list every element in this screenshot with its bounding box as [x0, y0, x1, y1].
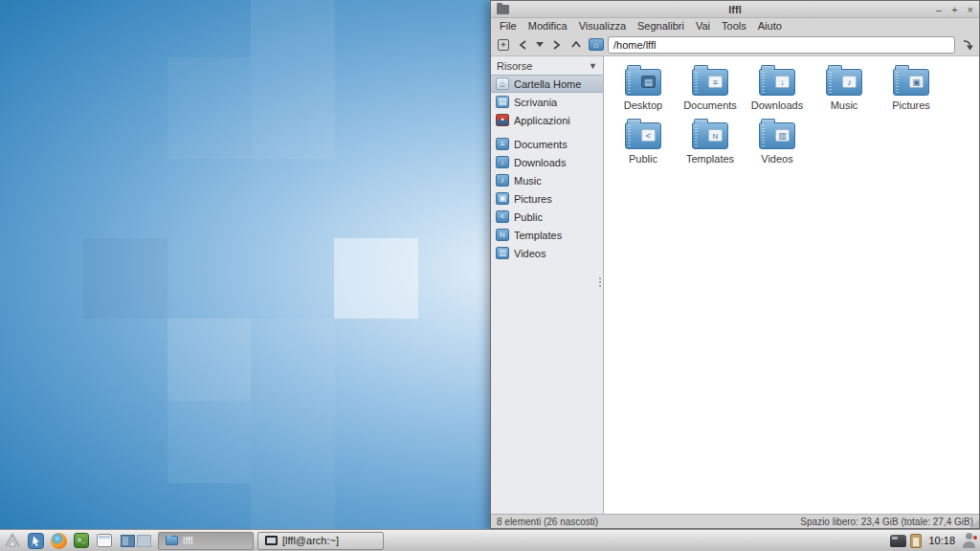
app-menu-button[interactable]: [3, 531, 22, 550]
menu-visualizza[interactable]: Visualizza: [573, 18, 632, 33]
titlebar[interactable]: lffl – + ×: [491, 1, 979, 18]
arch-menu-icon: [4, 533, 21, 548]
file-label: Templates: [686, 153, 734, 165]
download-emblem-icon: [775, 76, 790, 88]
menu-modifica[interactable]: Modifica: [523, 18, 573, 33]
clipboard-tray-icon[interactable]: [910, 534, 922, 548]
menu-aiuto[interactable]: Aiuto: [752, 18, 788, 33]
folder-icon: [826, 69, 862, 96]
sidebar-item-scrivania[interactable]: Scrivania: [491, 93, 603, 111]
chevron-down-icon: [536, 42, 544, 47]
path-input[interactable]: [608, 36, 955, 54]
sidebar-item-cartella-home[interactable]: Cartella Home: [491, 75, 603, 93]
file-label: Downloads: [751, 99, 803, 111]
documents-folder-icon: [496, 138, 509, 150]
sidebar-item-templates[interactable]: Templates: [491, 226, 603, 244]
file-label: Music: [831, 99, 858, 111]
status-items-count: 8 elementi (26 nascosti): [497, 517, 598, 527]
statusbar: 8 elementi (26 nascosti) Spazio libero: …: [491, 514, 979, 528]
file-view[interactable]: Desktop Documents Downloads Music Pictur…: [604, 56, 979, 514]
home-button[interactable]: ⌂: [588, 36, 605, 54]
photo-emblem-icon: [909, 76, 924, 88]
task-button-file-manager[interactable]: lffl: [158, 532, 254, 550]
terminal-launcher[interactable]: >_: [72, 531, 91, 550]
sidebar-item-pictures[interactable]: Pictures: [491, 189, 603, 208]
wallpaper-square: [334, 238, 418, 319]
workspace-1[interactable]: [121, 535, 135, 547]
menu-vai[interactable]: Vai: [690, 18, 716, 33]
close-button[interactable]: ×: [968, 2, 973, 17]
wallpaper-square: [251, 319, 335, 529]
file-label: Desktop: [624, 99, 662, 111]
sidebar-item-label: Templates: [514, 230, 562, 241]
up-button[interactable]: [568, 36, 585, 54]
file-label: Pictures: [892, 99, 930, 111]
sidebar-item-public[interactable]: Public: [491, 208, 603, 226]
file-label: Videos: [761, 153, 792, 165]
window-icon: [97, 534, 112, 547]
desktop-icon: [496, 96, 509, 108]
file-desktop[interactable]: Desktop: [610, 63, 677, 117]
status-free-space: Spazio libero: 23,4 GiB (totale: 27,4 Gi…: [800, 517, 973, 527]
up-icon: [571, 41, 581, 49]
user-session-icon[interactable]: [962, 533, 977, 548]
resize-grip[interactable]: [970, 519, 979, 528]
sidebar-item-label: Scrivania: [514, 97, 557, 108]
workspace-switcher: [121, 535, 151, 547]
sidebar-item-music[interactable]: Music: [491, 171, 603, 189]
file-documents[interactable]: Documents: [677, 63, 744, 117]
menu-tools[interactable]: Tools: [716, 18, 752, 33]
file-label: Public: [629, 153, 657, 165]
task-button-terminal[interactable]: [lffl@arch:~]: [257, 532, 384, 550]
terminal-window-icon: [265, 536, 278, 545]
back-button[interactable]: [515, 36, 532, 54]
folder-icon: [692, 122, 728, 149]
sidebar-item-downloads[interactable]: Downloads: [491, 153, 603, 171]
window-title: lffl: [491, 4, 979, 15]
public-folder-icon: [496, 210, 509, 223]
menubar: File Modifica Visualizza Segnalibri Vai …: [491, 18, 979, 33]
sidebar-item-documents[interactable]: Documents: [491, 135, 603, 153]
show-desktop-icon: [28, 533, 44, 549]
new-tab-button[interactable]: +: [495, 36, 512, 54]
file-downloads[interactable]: Downloads: [744, 63, 811, 117]
workspace-2[interactable]: [137, 535, 151, 547]
history-dropdown-button[interactable]: [535, 36, 545, 54]
clock[interactable]: 10:18: [925, 535, 958, 546]
sidebar-item-applicazioni[interactable]: Applicazioni: [491, 111, 603, 129]
sidebar-mode-selector[interactable]: Risorse ▼: [491, 57, 603, 75]
sidebar-item-videos[interactable]: Videos: [491, 244, 603, 262]
screen-emblem-icon: [641, 76, 656, 88]
file-templates[interactable]: Templates: [677, 117, 744, 170]
file-pictures[interactable]: Pictures: [878, 63, 945, 117]
minimize-button[interactable]: –: [936, 2, 942, 17]
sidebar-header-label: Risorse: [497, 60, 532, 72]
film-emblem-icon: [775, 129, 790, 142]
wallpaper-square: [167, 319, 251, 401]
window-launcher[interactable]: [95, 531, 114, 550]
jump-to-button[interactable]: [958, 36, 975, 54]
forward-icon: [551, 40, 561, 50]
menu-file[interactable]: File: [494, 18, 523, 33]
folder-icon: [166, 536, 178, 545]
menu-segnalibri[interactable]: Segnalibri: [632, 18, 690, 33]
music-folder-icon: [496, 174, 509, 187]
forward-button[interactable]: [547, 36, 565, 54]
pictures-folder-icon: [496, 192, 509, 205]
sidebar-item-label: Pictures: [514, 193, 552, 205]
file-music[interactable]: Music: [811, 63, 878, 117]
file-public[interactable]: Public: [610, 117, 677, 170]
wallpaper-square: [167, 57, 251, 159]
maximize-button[interactable]: +: [951, 2, 957, 17]
system-tray: 10:18: [890, 533, 977, 548]
display-tray-icon[interactable]: [890, 535, 906, 547]
sidebar: Risorse ▼ Cartella Home Scrivania Applic…: [491, 56, 604, 514]
wallpaper-square: [83, 238, 167, 319]
show-desktop-button[interactable]: [26, 531, 45, 550]
screen: lffl – + × File Modifica Visualizza Segn…: [0, 0, 980, 551]
firefox-launcher[interactable]: [49, 531, 68, 550]
downloads-folder-icon: [496, 156, 509, 168]
back-icon: [519, 40, 528, 50]
file-videos[interactable]: Videos: [744, 117, 811, 170]
pane-splitter[interactable]: [598, 277, 602, 293]
